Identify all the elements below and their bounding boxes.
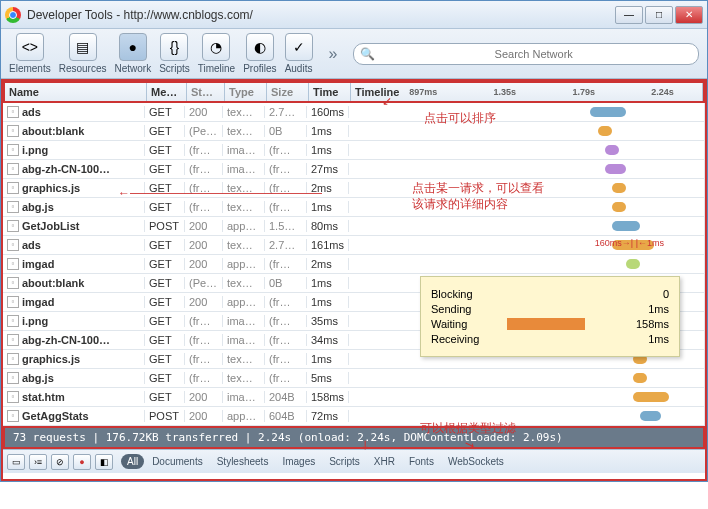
file-icon: ▫ xyxy=(7,315,19,327)
filter-scripts[interactable]: Scripts xyxy=(323,454,366,469)
search-network[interactable]: 🔍 xyxy=(353,43,699,65)
col-status[interactable]: St… xyxy=(187,83,225,101)
tab-elements[interactable]: <>Elements xyxy=(9,33,51,74)
filter-stylesheets[interactable]: Stylesheets xyxy=(211,454,275,469)
profiles-icon: ◐ xyxy=(246,33,274,61)
file-icon: ▫ xyxy=(7,258,19,270)
tab-resources[interactable]: ▤Resources xyxy=(59,33,107,74)
request-row[interactable]: ▫abg.js GET (fr… tex… (fr… 5ms xyxy=(3,369,705,388)
bottom-bar: ▭ ›≡ ⊘ ● ◧ AllDocumentsStylesheetsImages… xyxy=(3,449,705,473)
tab-network[interactable]: ●Network xyxy=(115,33,152,74)
clear-icon[interactable]: ⊘ xyxy=(51,454,69,470)
overflow-icon[interactable]: » xyxy=(329,45,338,63)
filter-websockets[interactable]: WebSockets xyxy=(442,454,510,469)
file-icon: ▫ xyxy=(7,372,19,384)
minimize-button[interactable]: — xyxy=(615,6,643,24)
file-icon: ▫ xyxy=(7,239,19,251)
file-icon: ▫ xyxy=(7,334,19,346)
col-size[interactable]: Size xyxy=(267,83,309,101)
col-timeline[interactable]: Timeline 897ms 1.35s 1.79s 2.24s xyxy=(351,83,703,101)
tab-profiles[interactable]: ◐Profiles xyxy=(243,33,276,74)
file-icon: ▫ xyxy=(7,144,19,156)
filter-fonts[interactable]: Fonts xyxy=(403,454,440,469)
col-method[interactable]: Me… xyxy=(147,83,187,101)
col-type[interactable]: Type xyxy=(225,83,267,101)
titlebar: Developer Tools - http://www.cnblogs.com… xyxy=(1,1,707,29)
tab-timeline[interactable]: ◔Timeline xyxy=(198,33,235,74)
scripts-icon: {} xyxy=(160,33,188,61)
search-icon: 🔍 xyxy=(360,47,375,61)
drawer-icon[interactable]: ›≡ xyxy=(29,454,47,470)
chrome-icon xyxy=(5,7,21,23)
request-row[interactable]: ▫stat.htm GET 200 ima… 204B 158ms xyxy=(3,388,705,407)
request-row[interactable]: ▫graphics.js GET (fr… tex… (fr… 2ms xyxy=(3,179,705,198)
network-icon: ● xyxy=(119,33,147,61)
request-row[interactable]: ▫about:blank GET (Pe… tex… 0B 1ms xyxy=(3,122,705,141)
toolbar: <>Elements▤Resources●Network{}Scripts◔Ti… xyxy=(1,29,707,79)
search-input[interactable] xyxy=(375,48,692,60)
filter-images[interactable]: Images xyxy=(276,454,321,469)
timing-tooltip: Blocking0 Sending1ms Waiting158ms Receiv… xyxy=(420,276,680,357)
file-icon: ▫ xyxy=(7,182,19,194)
record-icon[interactable]: ● xyxy=(73,454,91,470)
file-icon: ▫ xyxy=(7,277,19,289)
window-title: Developer Tools - http://www.cnblogs.com… xyxy=(27,8,615,22)
timeline-icon: ◔ xyxy=(202,33,230,61)
tab-scripts[interactable]: {}Scripts xyxy=(159,33,190,74)
maximize-button[interactable]: □ xyxy=(645,6,673,24)
request-row[interactable]: ▫imgad GET 200 app… (fr… 2ms xyxy=(3,255,705,274)
request-row[interactable]: ▫GetJobList POST 200 app… 1.5… 80ms xyxy=(3,217,705,236)
file-icon: ▫ xyxy=(7,391,19,403)
filter-xhr[interactable]: XHR xyxy=(368,454,401,469)
console-icon[interactable]: ▭ xyxy=(7,454,25,470)
waiting-bar xyxy=(507,318,585,330)
file-icon: ▫ xyxy=(7,296,19,308)
tab-audits[interactable]: ✓Audits xyxy=(285,33,313,74)
elements-icon: <> xyxy=(16,33,44,61)
file-icon: ▫ xyxy=(7,220,19,232)
summary-bar: 73 requests | 176.72KB transferred | 2.2… xyxy=(3,426,705,449)
header-row[interactable]: Name Me… St… Type Size Time Timeline 897… xyxy=(3,81,705,103)
request-row[interactable]: ▫abg-zh-CN-100… GET (fr… ima… (fr… 27ms xyxy=(3,160,705,179)
file-icon: ▫ xyxy=(7,125,19,137)
col-time[interactable]: Time xyxy=(309,83,351,101)
filter-documents[interactable]: Documents xyxy=(146,454,209,469)
close-button[interactable]: ✕ xyxy=(675,6,703,24)
file-icon: ▫ xyxy=(7,163,19,175)
request-row[interactable]: ▫GetAggStats POST 200 app… 604B 72ms xyxy=(3,407,705,426)
file-icon: ▫ xyxy=(7,353,19,365)
file-icon: ▫ xyxy=(7,106,19,118)
request-row[interactable]: ▫ads GET 200 tex… 2.7… 161ms 160ms→| |←1… xyxy=(3,236,705,255)
request-row[interactable]: ▫i.png GET (fr… ima… (fr… 1ms xyxy=(3,141,705,160)
col-name[interactable]: Name xyxy=(5,83,147,101)
preserve-icon[interactable]: ◧ xyxy=(95,454,113,470)
filter-all[interactable]: All xyxy=(121,454,144,469)
file-icon: ▫ xyxy=(7,201,19,213)
request-row[interactable]: ▫abg.js GET (fr… tex… (fr… 1ms xyxy=(3,198,705,217)
file-icon: ▫ xyxy=(7,410,19,422)
request-row[interactable]: ▫ads GET 200 tex… 2.7… 160ms xyxy=(3,103,705,122)
audits-icon: ✓ xyxy=(285,33,313,61)
resources-icon: ▤ xyxy=(69,33,97,61)
